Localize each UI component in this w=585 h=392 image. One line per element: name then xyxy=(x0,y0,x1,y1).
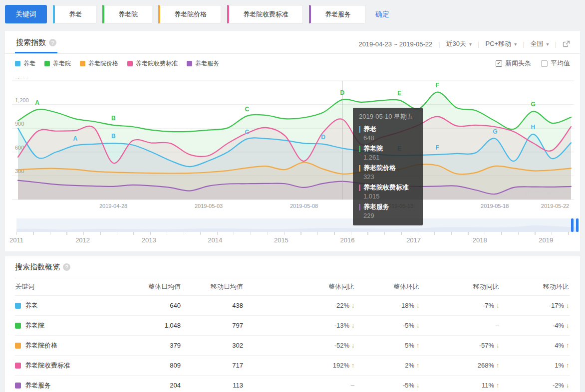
news-headlines-checkbox[interactable]: ✓ 新闻头条 xyxy=(496,59,531,68)
keyword-chip[interactable]: 养老 xyxy=(53,5,96,23)
separator: | xyxy=(555,40,557,48)
keyword-bar: 关键词 养老养老院养老院价格养老院收费标准养老服务 确定 xyxy=(0,0,585,23)
table-row: 养老院价格379302-52%↓5%↑-57%↓4%↑ xyxy=(15,335,570,355)
legend-swatch xyxy=(127,61,133,66)
region-dropdown[interactable]: 全国 ▾ xyxy=(531,39,549,48)
arrow-down-icon: ↓ xyxy=(566,302,569,309)
header-cell: 整体日均值 xyxy=(112,282,181,291)
legend-item[interactable]: 养老院收费标准 xyxy=(127,59,178,68)
svg-text:B: B xyxy=(111,133,116,140)
legend-item[interactable]: 养老 xyxy=(15,59,35,68)
help-icon[interactable]: ? xyxy=(49,39,56,46)
slider-track[interactable] xyxy=(16,218,579,232)
year-label: 2016 xyxy=(340,236,355,244)
svg-text:2019-04-28: 2019-04-28 xyxy=(99,203,127,209)
percent-value: 11% xyxy=(482,382,494,389)
keyword-chip[interactable]: 养老服务 xyxy=(309,5,365,23)
percent-value: -13% xyxy=(334,322,349,329)
chart-options: ✓ 新闻头条 平均值 xyxy=(496,59,570,68)
keyword-cell[interactable]: 养老院价格 xyxy=(15,341,112,350)
slider-minimap xyxy=(16,218,579,232)
legend-item[interactable]: 养老院价格 xyxy=(80,59,118,68)
legend-item[interactable]: 养老院 xyxy=(44,59,71,68)
percent-cell: 5%↑ xyxy=(354,342,419,349)
table-row: 养老640438-22%↓-18%↓-7%↓-17%↓ xyxy=(15,295,570,315)
year-label: 2014 xyxy=(208,236,222,244)
svg-text:H: H xyxy=(531,124,536,131)
percent-cell: -18%↓ xyxy=(354,302,419,309)
percent-value: 5% xyxy=(405,342,414,349)
date-range[interactable]: 2019-04-23 ~ 2019-05-22 xyxy=(358,40,432,48)
chevron-down-icon: ▾ xyxy=(547,41,549,47)
keyword-name: 养老院收费标准 xyxy=(25,361,70,370)
svg-text:2019-05-18: 2019-05-18 xyxy=(481,203,509,209)
no-data-dash: – xyxy=(351,382,354,389)
percent-cell: -7%↓ xyxy=(419,302,499,309)
year-label: 2017 xyxy=(406,236,421,244)
keyword-chip[interactable]: 养老院收费标准 xyxy=(227,5,303,23)
percent-cell: -17%↓ xyxy=(499,302,569,309)
mobile-avg-cell: 438 xyxy=(181,302,243,309)
confirm-button[interactable]: 确定 xyxy=(375,10,389,19)
keyword-swatch xyxy=(15,343,21,349)
keyword-swatch xyxy=(15,303,21,309)
platform-dropdown[interactable]: PC+移动 ▾ xyxy=(486,39,517,48)
keyword-cell[interactable]: 养老院 xyxy=(15,321,112,330)
keyword-swatch xyxy=(15,323,21,329)
keyword-chip[interactable]: 养老院价格 xyxy=(158,5,221,23)
overview-panel: 搜索指数概览 ? 关键词整体日均值移动日均值整体同比整体环比移动同比移动环比 养… xyxy=(5,256,580,392)
table-body: 养老640438-22%↓-18%↓-7%↓-17%↓养老院1,048797-1… xyxy=(15,295,570,392)
header-cell: 关键词 xyxy=(15,282,112,291)
keyword-cell[interactable]: 养老 xyxy=(15,301,112,310)
keyword-name: 养老院价格 xyxy=(25,341,57,350)
svg-text:E: E xyxy=(397,145,401,152)
svg-text:2019-05-08: 2019-05-08 xyxy=(290,203,318,209)
keyword-label-button[interactable]: 关键词 xyxy=(5,5,47,23)
slider-handle-left[interactable] xyxy=(571,218,574,232)
svg-text:A: A xyxy=(35,99,39,106)
overall-avg-cell: 379 xyxy=(112,342,181,349)
percent-cell: -13%↓ xyxy=(243,322,354,329)
checkbox-icon: ✓ xyxy=(496,60,502,67)
legend-row: 养老养老院养老院价格养老院收费标准养老服务 ✓ 新闻头条 平均值 xyxy=(5,54,580,70)
arrow-up-icon: ↑ xyxy=(566,362,569,369)
keyword-chip[interactable]: 养老院 xyxy=(102,5,152,23)
search-index-panel: 搜索指数 ? 2019-04-23 ~ 2019-05-22 | 近30天 ▾ … xyxy=(5,31,580,251)
keyword-swatch xyxy=(15,383,21,389)
year-label: 2013 xyxy=(142,236,156,244)
keyword-name: 养老服务 xyxy=(25,381,51,390)
range-dropdown[interactable]: 近30天 ▾ xyxy=(446,39,472,48)
chart-legend: 养老养老院养老院价格养老院收费标准养老服务 xyxy=(15,59,219,68)
arrow-down-icon: ↓ xyxy=(566,382,569,389)
trend-chart-svg: 3006009001,2001,500ABCDEFGHABCDEFG2019-0… xyxy=(12,78,574,212)
overall-avg-cell: 809 xyxy=(112,362,181,369)
percent-value: -7% xyxy=(483,302,494,309)
keyword-name: 养老院 xyxy=(25,321,44,330)
panel-header: 搜索指数 ? 2019-04-23 ~ 2019-05-22 | 近30天 ▾ … xyxy=(5,31,580,54)
chart-controls: 2019-04-23 ~ 2019-05-22 | 近30天 ▾ | PC+移动… xyxy=(358,38,570,53)
percent-value: 1% xyxy=(555,362,564,369)
slider-handle-right[interactable] xyxy=(576,218,579,232)
export-icon[interactable] xyxy=(563,40,570,48)
legend-swatch xyxy=(44,61,50,66)
keyword-cell[interactable]: 养老服务 xyxy=(15,381,112,390)
keyword-cell[interactable]: 养老院收费标准 xyxy=(15,361,112,370)
percent-value: 4% xyxy=(555,342,564,349)
percent-cell: -5%↓ xyxy=(354,382,419,389)
tab-search-index[interactable]: 搜索指数 ? xyxy=(15,38,57,53)
help-icon[interactable]: ? xyxy=(63,263,70,271)
svg-text:G: G xyxy=(493,128,497,135)
trend-chart-area[interactable]: 3006009001,2001,500ABCDEFGHABCDEFG2019-0… xyxy=(5,78,580,212)
overview-title: 搜索指数概览 xyxy=(15,262,60,272)
table-row: 养老服务204113–-5%↓11%↑-2%↓ xyxy=(15,375,570,392)
svg-text:2019-05-22: 2019-05-22 xyxy=(541,203,569,209)
timeline-slider: 201120122013201420152016201720182019 xyxy=(16,218,580,251)
svg-text:1,200: 1,200 xyxy=(15,97,29,103)
legend-swatch xyxy=(15,61,20,66)
legend-label: 养老 xyxy=(23,59,35,68)
percent-cell: -22%↓ xyxy=(243,302,354,309)
average-checkbox[interactable]: 平均值 xyxy=(541,59,570,68)
svg-text:D: D xyxy=(340,89,345,96)
year-label: 2015 xyxy=(274,236,289,244)
legend-item[interactable]: 养老服务 xyxy=(187,59,219,68)
